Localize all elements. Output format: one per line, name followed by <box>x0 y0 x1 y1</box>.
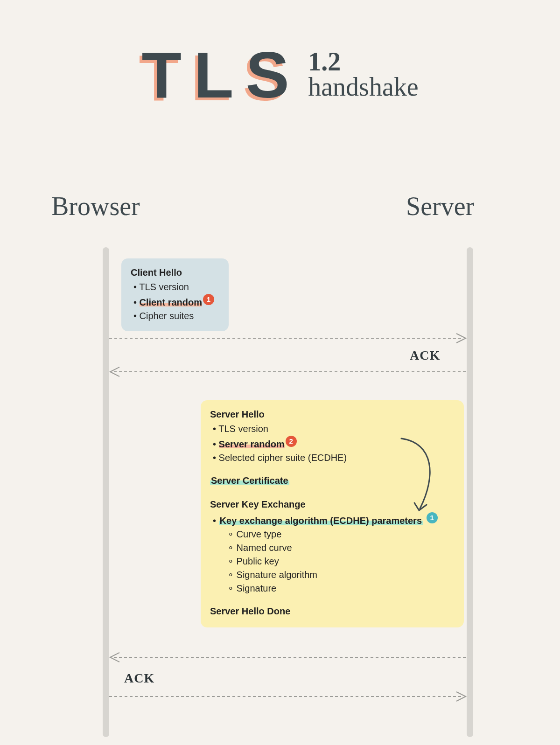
server-lifeline <box>467 247 473 737</box>
ack-label-1: ACK <box>410 348 440 363</box>
arrow-server-to-client-2 <box>109 651 467 663</box>
client-hello-list: TLS version Client random1 Cipher suites <box>131 280 219 323</box>
title-subtitle: handshake <box>308 72 418 102</box>
client-hello-box: Client Hello TLS version Client random1 … <box>121 258 229 331</box>
key-exchange-subitem: Signature algorithm <box>228 568 455 582</box>
key-exchange-sublist: Curve type Named curve Public key Signat… <box>210 528 455 595</box>
arrow-client-to-server-1 <box>109 332 467 344</box>
key-exchange-subitem: Curve type <box>228 528 455 541</box>
server-random-highlight: Server random <box>219 439 285 449</box>
server-hello-heading: Server Hello <box>210 408 455 421</box>
cipher-to-keyexchange-arrow <box>392 434 448 518</box>
title-main: TLS <box>141 37 301 113</box>
server-hello-done-heading: Server Hello Done <box>210 605 455 618</box>
badge-1-icon: 1 <box>203 294 214 305</box>
key-exchange-subitem: Public key <box>228 555 455 568</box>
arrow-client-to-server-ack2 <box>109 690 467 703</box>
key-exchange-subitem: Signature <box>228 582 455 595</box>
actor-server-label: Server <box>406 191 474 221</box>
arrow-server-to-client-ack1 <box>109 366 467 378</box>
client-hello-item: TLS version <box>133 280 219 294</box>
client-hello-item: Cipher suites <box>133 309 219 323</box>
key-exchange-subitem: Named curve <box>228 541 455 555</box>
client-hello-item: Client random1 <box>133 294 219 309</box>
ack-label-2: ACK <box>124 671 154 686</box>
badge-2-icon: 2 <box>286 436 297 447</box>
diagram-title: TLS 1.2 handshake <box>0 37 560 113</box>
client-random-highlight: Client random <box>140 297 202 307</box>
client-hello-heading: Client Hello <box>131 266 219 279</box>
actor-browser-label: Browser <box>51 191 140 221</box>
browser-lifeline <box>103 247 109 737</box>
